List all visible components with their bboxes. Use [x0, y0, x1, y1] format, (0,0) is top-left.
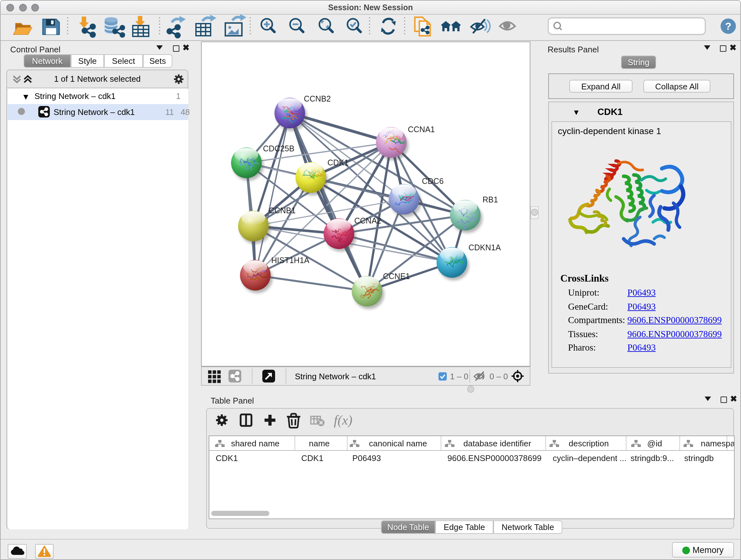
svg-text:CDK1: CDK1: [216, 453, 238, 463]
svg-text:9606.ENSP00000378699: 9606.ENSP00000378699: [448, 453, 542, 463]
svg-text:namespac: namespac: [701, 439, 734, 448]
svg-text:canonical name: canonical name: [369, 439, 427, 448]
svg-text:CCNB1: CCNB1: [269, 206, 296, 214]
svg-text:CCNE1: CCNE1: [383, 271, 410, 280]
svg-text:name: name: [309, 439, 330, 448]
svg-text:P06493: P06493: [352, 453, 381, 463]
svg-text:?: ?: [725, 20, 731, 32]
svg-text:stringdb:9...: stringdb:9...: [630, 453, 674, 463]
svg-text:1 – 0: 1 – 0: [450, 372, 468, 381]
svg-text:RB1: RB1: [482, 195, 498, 204]
svg-text:description: description: [569, 439, 609, 448]
svg-text:CCNA2: CCNA2: [354, 216, 381, 225]
svg-text:CDC25B: CDC25B: [263, 144, 294, 152]
svg-text:CDC6: CDC6: [422, 176, 444, 185]
svg-text:database identifier: database identifier: [463, 439, 531, 448]
svg-text:CCNB2: CCNB2: [304, 94, 331, 103]
svg-text:CDK1: CDK1: [327, 158, 349, 167]
svg-text:@id: @id: [647, 439, 662, 448]
svg-text:f(x): f(x): [334, 413, 352, 428]
svg-text:CCNA1: CCNA1: [408, 125, 435, 133]
svg-text:CDK1: CDK1: [301, 453, 323, 463]
svg-text:CDKN1A: CDKN1A: [468, 243, 501, 252]
svg-text:0 – 0: 0 – 0: [489, 372, 508, 381]
svg-text:cyclin–dependent ...: cyclin–dependent ...: [553, 453, 626, 463]
svg-text:stringdb: stringdb: [684, 453, 714, 463]
svg-text:HIST1H1A: HIST1H1A: [271, 255, 310, 264]
svg-text:shared name: shared name: [231, 439, 280, 448]
